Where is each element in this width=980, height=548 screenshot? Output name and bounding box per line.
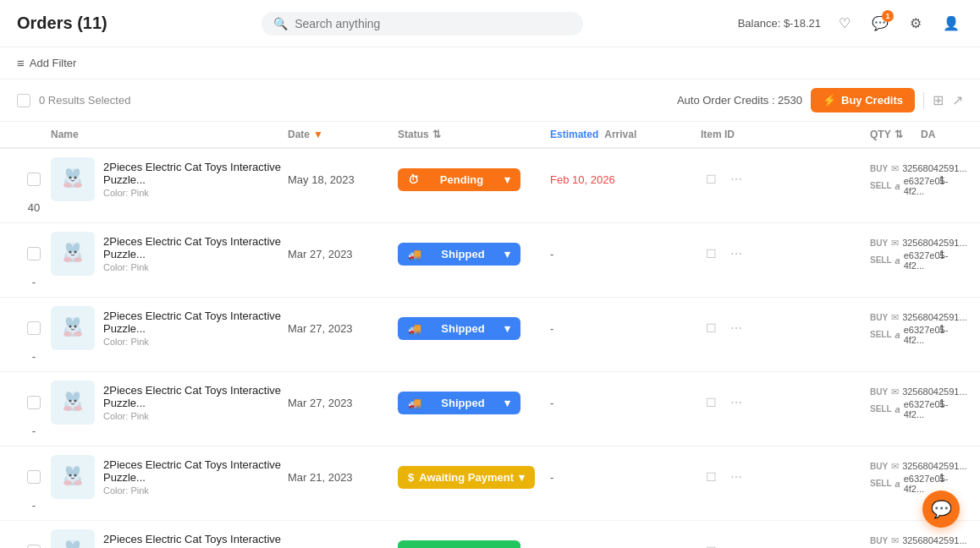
- status-cell: ✔ Delivered ▾: [398, 540, 550, 549]
- sell-label: SELL: [870, 404, 892, 414]
- add-filter-button[interactable]: ≡ Add Filter: [17, 56, 76, 70]
- header: Orders (11) 🔍 Balance: $-18.21 ♡ 💬 1 ⚙ 👤: [0, 0, 980, 47]
- row-checkbox-cell: [17, 321, 51, 335]
- filter-bar: ≡ Add Filter: [0, 47, 980, 79]
- chevron-down-icon: ▾: [504, 322, 510, 335]
- bookmark-icon[interactable]: ☐: [701, 169, 721, 189]
- row-checkbox-cell: [17, 545, 51, 548]
- table-row: 2Pieces Electric Cat Toys Interactive Pu…: [0, 298, 980, 372]
- buy-credits-button[interactable]: ⚡ Buy Credits: [811, 88, 915, 112]
- search-input[interactable]: [295, 17, 571, 30]
- search-bar[interactable]: 🔍: [262, 12, 583, 36]
- date-sort-icon: ▼: [313, 129, 323, 140]
- arrival-cell: -: [550, 471, 701, 484]
- row-checkbox-1[interactable]: [27, 247, 41, 260]
- product-info: 2Pieces Electric Cat Toys Interactive Pu…: [103, 235, 288, 272]
- export-icon[interactable]: ↗: [952, 92, 963, 108]
- settings-btn[interactable]: ⚙: [904, 12, 928, 36]
- table-row: 2Pieces Electric Cat Toys Interactive Pu…: [0, 447, 980, 521]
- arrival-cell: -: [550, 322, 701, 335]
- arrival-date-highlight: Feb 10, 2026: [550, 173, 615, 186]
- row-checkbox-5[interactable]: [27, 545, 41, 548]
- user-profile-btn[interactable]: 👤: [939, 12, 963, 36]
- chat-icon: 💬: [931, 499, 952, 519]
- more-options-icon[interactable]: ⋯: [726, 541, 746, 548]
- sell-id-row: SELL a e6327e05-4f2...: [870, 176, 921, 196]
- svg-point-14: [63, 257, 72, 262]
- bookmark-icon[interactable]: ☐: [701, 244, 721, 264]
- more-options-icon[interactable]: ⋯: [726, 169, 746, 189]
- chat-button[interactable]: 💬: [922, 490, 960, 528]
- svg-point-13: [74, 251, 77, 254]
- wishlist-icon-btn[interactable]: ♡: [833, 12, 856, 36]
- status-label: Shipped: [441, 248, 484, 260]
- row-checkbox-cell: [17, 396, 51, 409]
- more-options-icon[interactable]: ⋯: [726, 392, 746, 413]
- status-badge-pending[interactable]: ⏱ Pending ▾: [398, 168, 520, 191]
- status-badge-awaiting[interactable]: $ Awaiting Payment ▾: [398, 466, 535, 489]
- filter-icon: ≡: [17, 56, 25, 70]
- svg-point-22: [63, 332, 72, 337]
- more-options-icon[interactable]: ⋯: [726, 467, 746, 487]
- select-all-checkbox[interactable]: [17, 94, 30, 107]
- order-date: Mar 27, 2023: [288, 322, 398, 335]
- col-status[interactable]: Status ⇅: [398, 129, 550, 140]
- product-color: Color: Pink: [103, 262, 288, 272]
- more-options-icon[interactable]: ⋯: [726, 318, 746, 338]
- status-badge-shipped[interactable]: 🚚 Shipped ▾: [398, 392, 520, 414]
- da-cell: -: [17, 276, 51, 288]
- status-sort-icon: ⇅: [432, 129, 441, 140]
- row-checkbox-4[interactable]: [27, 470, 41, 484]
- status-icon: ⏱: [408, 173, 419, 186]
- add-filter-label: Add Filter: [30, 57, 77, 69]
- status-cell: 🚚 Shipped ▾: [398, 317, 550, 340]
- bookmark-icon[interactable]: ☐: [701, 392, 721, 413]
- row-checkbox-2[interactable]: [27, 321, 41, 335]
- status-label: Delivered: [436, 545, 486, 549]
- notifications-btn[interactable]: 💬 1: [868, 12, 892, 36]
- bookmark-icon[interactable]: ☐: [701, 467, 721, 487]
- qty-cell: 1: [921, 545, 963, 549]
- col-date[interactable]: Date ▼: [288, 129, 398, 140]
- amazon-icon: a: [895, 255, 900, 266]
- product-cell: 2Pieces Electric Cat Toys Interactive Pu…: [51, 381, 288, 425]
- row-checkbox-cell: [17, 247, 51, 260]
- svg-point-29: [74, 400, 77, 403]
- buy-label: BUY: [870, 387, 888, 397]
- chevron-down-icon: ▾: [504, 545, 510, 549]
- status-badge-shipped[interactable]: 🚚 Shipped ▾: [398, 317, 520, 340]
- status-badge-shipped[interactable]: 🚚 Shipped ▾: [398, 243, 520, 266]
- bookmark-icon[interactable]: ☐: [701, 318, 721, 338]
- row-checkbox-3[interactable]: [27, 396, 41, 409]
- toolbar-right: Auto Order Credits : 2530 ⚡ Buy Credits …: [677, 88, 963, 112]
- order-date: Mar 27, 2023: [288, 397, 398, 409]
- sell-label: SELL: [870, 479, 892, 488]
- notification-badge: 1: [882, 10, 894, 22]
- order-date: May 18, 2023: [288, 173, 398, 186]
- status-label: Awaiting Payment: [419, 471, 514, 484]
- status-label: Pending: [440, 173, 483, 186]
- buy-label: BUY: [870, 536, 888, 545]
- arrival-cell: Feb 10, 2026: [550, 173, 701, 186]
- row-checkbox-0[interactable]: [27, 173, 41, 186]
- product-color: Color: Pink: [103, 337, 288, 347]
- col-item-id: Item ID: [701, 129, 870, 140]
- toolbar-divider: [923, 92, 924, 109]
- buy-id-value: 32568042591...: [902, 238, 966, 248]
- columns-toggle-icon[interactable]: ⊞: [933, 92, 944, 108]
- sell-id-row: SELL a e6327e05-4f2...: [870, 325, 921, 345]
- product-info: 2Pieces Electric Cat Toys Interactive Pu…: [103, 384, 288, 421]
- auto-credits-display: Auto Order Credits : 2530: [677, 94, 802, 107]
- arrival-date: -: [550, 471, 553, 484]
- svg-point-30: [63, 406, 72, 411]
- sell-id-row: SELL a e6327e05-4f2...: [870, 474, 921, 494]
- more-options-icon[interactable]: ⋯: [726, 244, 746, 264]
- bookmark-icon[interactable]: ☐: [701, 541, 721, 548]
- da-cell: 40: [17, 201, 51, 214]
- chevron-down-icon: ▾: [504, 173, 510, 186]
- heart-icon: ♡: [839, 15, 851, 31]
- order-date: Mar 21, 2023: [288, 471, 398, 484]
- status-badge-delivered[interactable]: ✔ Delivered ▾: [398, 540, 520, 549]
- buy-id-value: 32568042591...: [902, 386, 966, 397]
- col-qty[interactable]: QTY ⇅: [870, 129, 921, 140]
